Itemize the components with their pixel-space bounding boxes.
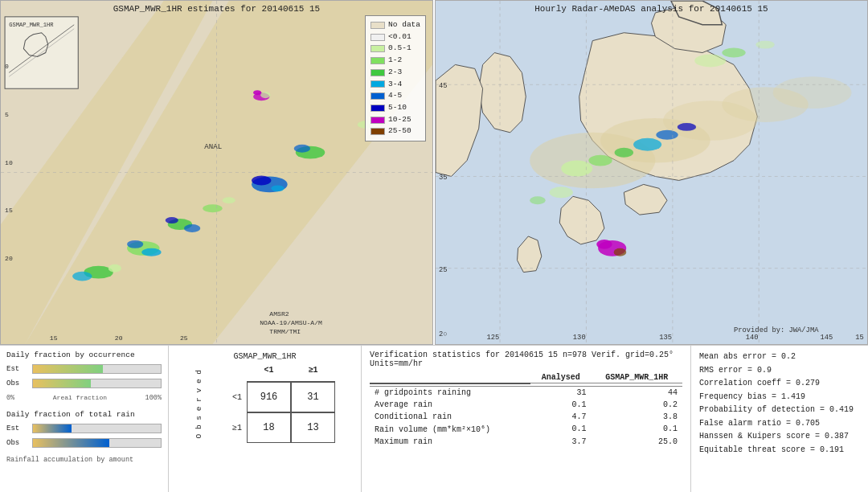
legend-item-5: 5-10 bbox=[371, 102, 420, 114]
svg-point-22 bbox=[223, 197, 235, 203]
stat-4: Probability of detection = 0.419 bbox=[699, 404, 860, 417]
stat-0: Mean abs error = 0.2 bbox=[699, 351, 860, 364]
svg-text:2○: 2○ bbox=[439, 330, 448, 338]
ct-cell-10: 18 bbox=[247, 412, 291, 443]
occurrence-title: Daily fraction by occurrence bbox=[6, 351, 162, 359]
svg-point-57 bbox=[561, 161, 592, 177]
svg-point-70 bbox=[530, 196, 546, 204]
stat-1: RMS error = 0.9 bbox=[699, 364, 860, 378]
svg-point-9 bbox=[141, 248, 161, 256]
table-row: Rain volume (mm*km²×10⁶) 0.1 0.1 bbox=[370, 423, 682, 436]
verif-col-gsmap: GSMAP_MWR_1HR bbox=[592, 372, 682, 383]
row-label-1: Average rain bbox=[370, 399, 530, 411]
row-label-4: Maximum rain bbox=[370, 436, 530, 448]
total-rain-title: Daily fraction of total rain bbox=[6, 410, 162, 419]
verif-stats-table: Analysed GSMAP_MWR_1HR # gridpoints rain… bbox=[370, 372, 682, 448]
row-val2-1: 0.2 bbox=[592, 399, 682, 411]
est-occurrence-bar bbox=[32, 364, 162, 374]
svg-point-61 bbox=[656, 130, 678, 140]
verif-title: Verification statistics for 20140615 15 … bbox=[370, 351, 682, 368]
row-val1-4: 3.7 bbox=[530, 436, 592, 448]
legend-item-nodata: No data bbox=[371, 19, 420, 31]
row-val2-3: 0.1 bbox=[592, 423, 682, 436]
legend-item-05: 0.5-1 bbox=[371, 43, 420, 55]
row-val1-1: 0.1 bbox=[530, 399, 592, 411]
svg-point-60 bbox=[633, 138, 661, 151]
svg-text:10: 10 bbox=[5, 159, 13, 166]
svg-point-69 bbox=[550, 187, 573, 198]
svg-point-56 bbox=[773, 76, 852, 109]
stat-3: Frequency bias = 1.419 bbox=[699, 391, 860, 404]
svg-point-66 bbox=[694, 55, 726, 68]
legend-item-4: 4-5 bbox=[371, 90, 420, 102]
svg-point-58 bbox=[588, 155, 612, 166]
est-rain-row: Est bbox=[6, 424, 162, 433]
svg-text:5: 5 bbox=[5, 111, 9, 118]
svg-text:25: 25 bbox=[439, 266, 448, 274]
svg-text:TRMM/TMI: TRMM/TMI bbox=[269, 328, 301, 335]
rainfall-amount-label: Rainfall accumulation by amount bbox=[6, 456, 162, 464]
row-val2-0: 44 bbox=[592, 386, 682, 399]
svg-text:15: 15 bbox=[5, 207, 13, 214]
est-label: Est bbox=[6, 365, 29, 373]
obs-vert-label: O b s e r v e d bbox=[194, 370, 203, 439]
row-label-3: Rain volume (mm*km²×10⁶) bbox=[370, 423, 530, 436]
svg-text:145: 145 bbox=[820, 334, 833, 342]
obs-rain-bar bbox=[32, 438, 162, 448]
est-rain-bar bbox=[32, 424, 162, 433]
ct-cell-11: 13 bbox=[291, 412, 335, 443]
svg-point-8 bbox=[127, 240, 143, 248]
ct-cell-00: 916 bbox=[247, 382, 291, 412]
legend-item-2: 2-3 bbox=[371, 67, 420, 79]
ct-row-2: ≥1 18 13 bbox=[207, 412, 335, 443]
table-row: Maximum rain 3.7 25.0 bbox=[370, 436, 682, 448]
est-label-rain: Est bbox=[6, 424, 29, 433]
stat-7: Equitable threat score = 0.191 bbox=[699, 444, 860, 457]
svg-text:NOAA-19/AMSU-A/M: NOAA-19/AMSU-A/M bbox=[260, 319, 322, 326]
svg-point-21 bbox=[203, 204, 222, 212]
ct-col-header-2: ≥1 bbox=[291, 366, 335, 382]
table-row: Conditional rain 4.7 3.8 bbox=[370, 411, 682, 423]
svg-text:Provided by: JWA/JMA: Provided by: JWA/JMA bbox=[734, 326, 819, 334]
svg-text:0: 0 bbox=[5, 63, 9, 70]
stat-6: Hanssen & Kuipers score = 0.387 bbox=[699, 430, 860, 444]
svg-point-20 bbox=[260, 92, 270, 98]
ct-cell-01: 31 bbox=[291, 382, 335, 412]
map1-title: GSMAP_MWR_1HR estimates for 20140615 15 bbox=[1, 4, 432, 14]
map2-svg: 45 35 25 2○ 125 130 135 140 145 15 Provi… bbox=[436, 1, 867, 344]
svg-point-19 bbox=[253, 90, 261, 95]
stat-5: False alarm ratio = 0.705 bbox=[699, 417, 860, 431]
svg-text:AMSR2: AMSR2 bbox=[269, 310, 289, 318]
svg-text:GSMAP_MWR_1HR: GSMAP_MWR_1HR bbox=[9, 22, 54, 28]
map2-title: Hourly Radar-AMeDAS analysis for 2014061… bbox=[436, 4, 867, 14]
bottom-row: Daily fraction by occurrence Est Obs 0% … bbox=[0, 346, 868, 492]
verif-header-row: Analysed GSMAP_MWR_1HR bbox=[370, 372, 682, 383]
contingency-title: GSMAP_MWR_1HR bbox=[233, 352, 296, 361]
legend-item-001: <0.01 bbox=[371, 31, 420, 43]
obs-occurrence-row: Obs bbox=[6, 379, 162, 388]
svg-text:15: 15 bbox=[855, 334, 864, 342]
svg-point-64 bbox=[596, 240, 612, 249]
obs-label-occ: Obs bbox=[6, 379, 29, 387]
obs-label-rain: Obs bbox=[6, 439, 29, 447]
ct-header-row: <1 ≥1 bbox=[207, 366, 335, 382]
svg-point-12 bbox=[184, 224, 200, 232]
svg-point-65 bbox=[614, 248, 627, 256]
axis-middle-occ: Areal fraction bbox=[53, 394, 107, 402]
svg-point-15 bbox=[271, 185, 284, 191]
table-row: # gridpoints raining 31 44 bbox=[370, 386, 682, 399]
row-label-2: Conditional rain bbox=[370, 411, 530, 423]
svg-text:25: 25 bbox=[180, 334, 188, 342]
map1-panel: GSMAP_MWR_1HR estimates for 20140615 15 bbox=[0, 0, 433, 345]
legend-box: No data <0.01 0.5-1 1-2 2-3 bbox=[365, 15, 426, 141]
svg-text:35: 35 bbox=[439, 174, 448, 182]
scalar-stats-panel: Mean abs error = 0.2 RMS error = 0.9 Cor… bbox=[691, 346, 868, 492]
svg-point-11 bbox=[166, 217, 178, 223]
axis-left-occ: 0% bbox=[6, 394, 14, 402]
svg-text:130: 130 bbox=[573, 334, 586, 342]
contingency-panel: GSMAP_MWR_1HR O b s e r v e d <1 ≥1 <1 9… bbox=[169, 346, 362, 492]
row-val1-2: 4.7 bbox=[530, 411, 592, 423]
svg-text:20: 20 bbox=[5, 255, 13, 262]
contingency-layout: O b s e r v e d <1 ≥1 <1 916 31 ≥1 18 bbox=[194, 366, 335, 443]
svg-point-6 bbox=[108, 264, 121, 273]
